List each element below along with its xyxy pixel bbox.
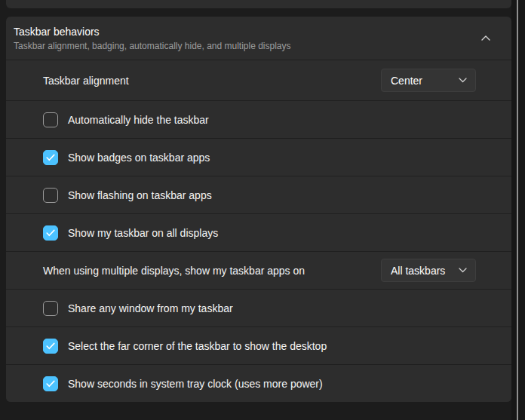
- dropdown-taskbar-alignment[interactable]: Center: [381, 69, 476, 92]
- checkbox-label: Show seconds in system tray clock (uses …: [68, 378, 323, 390]
- setting-label: Taskbar alignment: [43, 75, 129, 87]
- window-right-gutter: [511, 0, 525, 420]
- checkbox-show-my-taskbar-on-all-displays[interactable]: Show my taskbar on all displays: [43, 225, 218, 241]
- chevron-up-icon[interactable]: [476, 29, 496, 48]
- checkbox-select-the-far-corner-of-the-taskbar-to-show-the-desktop[interactable]: Select the far corner of the taskbar to …: [43, 339, 327, 354]
- dropdown-when-using-multiple-displays-show-my-taskbar-apps-on[interactable]: All taskbars: [381, 259, 476, 282]
- chevron-down-icon: [459, 268, 467, 273]
- chevron-down-icon: [459, 78, 467, 83]
- checkbox-label: Automatically hide the taskbar: [68, 114, 209, 126]
- setting-row-show-seconds-in-system-tray-clock-uses-more-power: Show seconds in system tray clock (uses …: [6, 364, 511, 402]
- checkbox-label: Show flashing on taskbar apps: [68, 189, 212, 201]
- checkbox-box[interactable]: [43, 150, 58, 165]
- checkbox-box[interactable]: [43, 112, 58, 127]
- checkbox-show-flashing-on-taskbar-apps[interactable]: Show flashing on taskbar apps: [43, 188, 212, 203]
- taskbar-behaviors-expander: Taskbar behaviors Taskbar alignment, bad…: [6, 17, 511, 402]
- setting-row-when-using-multiple-displays-show-my-taskbar-apps-on: When using multiple displays, show my ta…: [6, 251, 511, 289]
- check-icon: [46, 154, 55, 161]
- check-icon: [46, 380, 55, 388]
- setting-label: When using multiple displays, show my ta…: [43, 265, 305, 277]
- setting-row-show-my-taskbar-on-all-displays: Show my taskbar on all displays: [6, 213, 511, 251]
- settings-rows: Taskbar alignment Center Automatically h…: [6, 60, 511, 402]
- checkbox-box[interactable]: [43, 376, 58, 391]
- setting-row-automatically-hide-the-taskbar: Automatically hide the taskbar: [6, 100, 511, 138]
- checkbox-box[interactable]: [43, 301, 58, 316]
- check-icon: [46, 229, 55, 237]
- checkbox-show-badges-on-taskbar-apps[interactable]: Show badges on taskbar apps: [43, 150, 210, 165]
- checkbox-box[interactable]: [43, 339, 58, 354]
- setting-row-select-the-far-corner-of-the-taskbar-to-show-the-desktop: Select the far corner of the taskbar to …: [6, 326, 511, 364]
- checkbox-label: Select the far corner of the taskbar to …: [68, 340, 327, 352]
- section-subtitle: Taskbar alignment, badging, automaticall…: [14, 41, 291, 52]
- setting-row-show-flashing-on-taskbar-apps: Show flashing on taskbar apps: [6, 176, 511, 213]
- previous-section-card-bottom: [6, 0, 511, 8]
- settings-page: Taskbar behaviors Taskbar alignment, bad…: [0, 0, 525, 420]
- setting-row-show-badges-on-taskbar-apps: Show badges on taskbar apps: [6, 138, 511, 176]
- section-title: Taskbar behaviors: [14, 25, 291, 38]
- dropdown-value: Center: [391, 75, 422, 87]
- check-icon: [46, 342, 55, 350]
- expander-header[interactable]: Taskbar behaviors Taskbar alignment, bad…: [6, 17, 511, 60]
- setting-row-taskbar-alignment: Taskbar alignment Center: [6, 60, 511, 100]
- checkbox-label: Show my taskbar on all displays: [68, 227, 218, 239]
- checkbox-label: Show badges on taskbar apps: [68, 152, 210, 164]
- checkbox-show-seconds-in-system-tray-clock-uses-more-power[interactable]: Show seconds in system tray clock (uses …: [43, 376, 323, 391]
- checkbox-label: Share any window from my taskbar: [68, 302, 233, 314]
- checkbox-box[interactable]: [43, 188, 58, 203]
- checkbox-automatically-hide-the-taskbar[interactable]: Automatically hide the taskbar: [43, 112, 209, 127]
- expander-header-text: Taskbar behaviors Taskbar alignment, bad…: [14, 25, 291, 52]
- setting-row-share-any-window-from-my-taskbar: Share any window from my taskbar: [6, 289, 511, 326]
- checkbox-share-any-window-from-my-taskbar[interactable]: Share any window from my taskbar: [43, 301, 233, 316]
- dropdown-value: All taskbars: [391, 265, 445, 277]
- checkbox-box[interactable]: [43, 225, 58, 241]
- scrollbar[interactable]: [517, 0, 518, 420]
